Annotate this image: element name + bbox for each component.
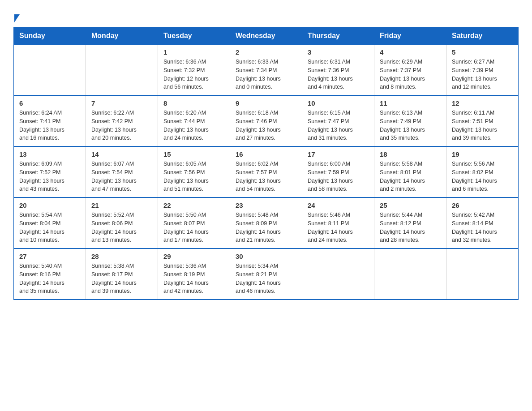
logo-triangle-icon (14, 14, 20, 22)
sunset-text: Sunset: 8:14 PM (452, 220, 493, 227)
day-number: 11 (380, 99, 441, 107)
sunset-text: Sunset: 8:07 PM (163, 220, 205, 227)
day-number: 4 (380, 48, 441, 56)
sunset-text: Sunset: 8:02 PM (452, 169, 493, 176)
sunrise-text: Sunrise: 5:42 AM (452, 212, 494, 218)
day-info: Sunrise: 6:09 AMSunset: 7:52 PMDaylight:… (19, 160, 80, 193)
calendar-cell: 6Sunrise: 6:24 AMSunset: 7:41 PMDaylight… (14, 95, 86, 146)
calendar-cell: 27Sunrise: 5:40 AMSunset: 8:16 PMDayligh… (14, 248, 86, 300)
daylight-text: Daylight: 13 hours (380, 127, 425, 133)
daylight-text-cont: and 21 minutes. (236, 237, 275, 243)
day-info: Sunrise: 5:50 AMSunset: 8:07 PMDaylight:… (163, 211, 224, 244)
daylight-text: Daylight: 13 hours (308, 127, 353, 133)
day-info: Sunrise: 6:20 AMSunset: 7:44 PMDaylight:… (163, 109, 224, 142)
calendar-cell: 15Sunrise: 6:05 AMSunset: 7:56 PMDayligh… (158, 146, 230, 197)
sunset-text: Sunset: 7:51 PM (452, 118, 493, 124)
day-info: Sunrise: 6:05 AMSunset: 7:56 PMDaylight:… (163, 160, 224, 193)
sunset-text: Sunset: 7:36 PM (308, 67, 349, 73)
sunset-text: Sunset: 7:57 PM (236, 169, 277, 176)
daylight-text-cont: and 12 minutes. (452, 84, 492, 90)
day-info: Sunrise: 5:38 AMSunset: 8:17 PMDaylight:… (91, 262, 152, 295)
calendar-cell: 21Sunrise: 5:52 AMSunset: 8:06 PMDayligh… (86, 197, 158, 248)
daylight-text-cont: and 43 minutes. (19, 186, 59, 192)
calendar-cell: 13Sunrise: 6:09 AMSunset: 7:52 PMDayligh… (14, 146, 86, 197)
day-number: 1 (163, 48, 224, 56)
day-info: Sunrise: 6:29 AMSunset: 7:37 PMDaylight:… (380, 58, 441, 91)
day-number: 13 (19, 150, 80, 158)
day-number: 6 (19, 99, 80, 107)
sunset-text: Sunset: 7:41 PM (19, 118, 60, 124)
sunset-text: Sunset: 8:06 PM (91, 220, 133, 227)
sunset-text: Sunset: 8:12 PM (380, 220, 421, 227)
day-number: 8 (163, 99, 224, 107)
daylight-text: Daylight: 14 hours (308, 229, 353, 235)
day-info: Sunrise: 5:54 AMSunset: 8:04 PMDaylight:… (19, 211, 80, 244)
day-header-tuesday: Tuesday (158, 27, 230, 45)
day-number: 16 (236, 150, 296, 158)
day-number: 10 (308, 99, 369, 107)
sunset-text: Sunset: 8:11 PM (308, 220, 349, 227)
day-info: Sunrise: 6:13 AMSunset: 7:49 PMDaylight:… (380, 109, 441, 142)
daylight-text: Daylight: 14 hours (163, 229, 209, 235)
sunrise-text: Sunrise: 5:54 AM (19, 212, 62, 218)
sunset-text: Sunset: 7:49 PM (380, 118, 421, 124)
day-number: 3 (308, 48, 369, 56)
day-header-friday: Friday (374, 27, 446, 45)
calendar-cell (14, 45, 86, 96)
daylight-text-cont: and 8 minutes. (380, 84, 416, 90)
day-number: 24 (308, 201, 369, 209)
daylight-text-cont: and 58 minutes. (308, 186, 348, 192)
daylight-text-cont: and 10 minutes. (19, 237, 59, 243)
daylight-text-cont: and 24 minutes. (308, 237, 348, 243)
sunrise-text: Sunrise: 6:18 AM (236, 110, 278, 116)
day-info: Sunrise: 5:58 AMSunset: 8:01 PMDaylight:… (380, 160, 441, 193)
daylight-text: Daylight: 13 hours (308, 76, 353, 82)
calendar-cell: 25Sunrise: 5:44 AMSunset: 8:12 PMDayligh… (374, 197, 446, 248)
sunset-text: Sunset: 7:42 PM (91, 118, 133, 124)
calendar-week-row: 6Sunrise: 6:24 AMSunset: 7:41 PMDaylight… (14, 95, 519, 146)
daylight-text: Daylight: 13 hours (19, 178, 64, 184)
daylight-text: Daylight: 14 hours (91, 229, 137, 235)
daylight-text-cont: and 17 minutes. (163, 237, 203, 243)
sunset-text: Sunset: 8:04 PM (19, 220, 60, 227)
daylight-text-cont: and 27 minutes. (236, 135, 275, 141)
daylight-text-cont: and 35 minutes. (19, 288, 59, 294)
day-info: Sunrise: 5:36 AMSunset: 8:19 PMDaylight:… (163, 262, 224, 295)
calendar-cell: 22Sunrise: 5:50 AMSunset: 8:07 PMDayligh… (158, 197, 230, 248)
sunrise-text: Sunrise: 6:31 AM (308, 59, 350, 65)
day-number: 30 (236, 253, 296, 260)
day-number: 25 (380, 201, 441, 209)
day-number: 29 (163, 253, 224, 260)
sunrise-text: Sunrise: 5:48 AM (236, 212, 278, 218)
daylight-text: Daylight: 13 hours (452, 127, 497, 133)
day-info: Sunrise: 6:27 AMSunset: 7:39 PMDaylight:… (452, 58, 513, 91)
day-info: Sunrise: 6:07 AMSunset: 7:54 PMDaylight:… (91, 160, 152, 193)
sunset-text: Sunset: 8:16 PM (19, 271, 60, 278)
daylight-text: Daylight: 13 hours (91, 178, 137, 184)
sunset-text: Sunset: 8:17 PM (91, 271, 133, 278)
calendar-cell: 29Sunrise: 5:36 AMSunset: 8:19 PMDayligh… (158, 248, 230, 300)
calendar-cell (374, 248, 446, 300)
calendar-cell: 12Sunrise: 6:11 AMSunset: 7:51 PMDayligh… (446, 95, 519, 146)
page-header (13, 9, 519, 22)
day-number: 28 (91, 253, 152, 260)
day-info: Sunrise: 5:56 AMSunset: 8:02 PMDaylight:… (452, 160, 513, 193)
calendar-cell: 28Sunrise: 5:38 AMSunset: 8:17 PMDayligh… (86, 248, 158, 300)
sunrise-text: Sunrise: 6:36 AM (163, 59, 206, 65)
sunset-text: Sunset: 7:52 PM (19, 169, 60, 176)
day-number: 15 (163, 150, 224, 158)
calendar-cell: 30Sunrise: 5:34 AMSunset: 8:21 PMDayligh… (230, 248, 302, 300)
daylight-text-cont: and 24 minutes. (163, 135, 203, 141)
day-info: Sunrise: 6:00 AMSunset: 7:59 PMDaylight:… (308, 160, 369, 193)
calendar-cell: 7Sunrise: 6:22 AMSunset: 7:42 PMDaylight… (86, 95, 158, 146)
day-info: Sunrise: 5:40 AMSunset: 8:16 PMDaylight:… (19, 262, 80, 295)
sunrise-text: Sunrise: 5:40 AM (19, 263, 62, 269)
daylight-text: Daylight: 12 hours (163, 76, 209, 82)
day-info: Sunrise: 6:36 AMSunset: 7:32 PMDaylight:… (163, 58, 224, 91)
day-number: 5 (452, 48, 513, 56)
calendar-table: SundayMondayTuesdayWednesdayThursdayFrid… (13, 27, 519, 300)
daylight-text: Daylight: 14 hours (380, 178, 425, 184)
day-number: 17 (308, 150, 369, 158)
sunset-text: Sunset: 7:59 PM (308, 169, 349, 176)
sunrise-text: Sunrise: 5:44 AM (380, 212, 422, 218)
